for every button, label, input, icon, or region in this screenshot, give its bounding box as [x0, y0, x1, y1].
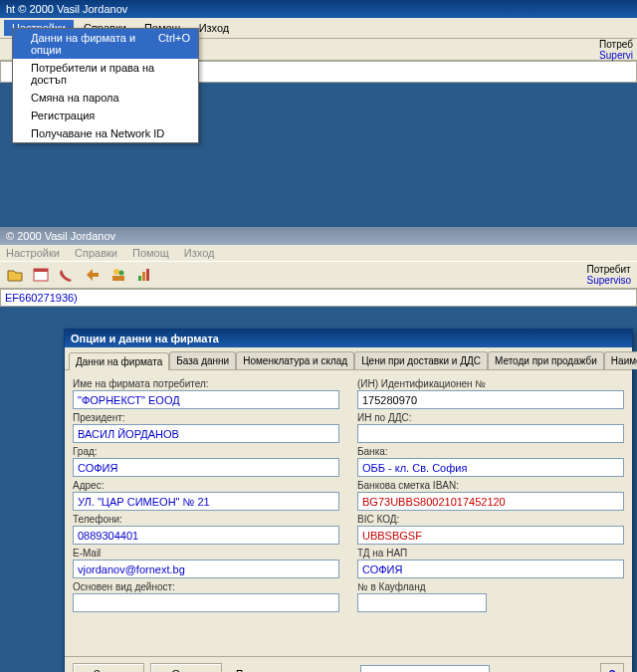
label-email: E-Mail [73, 548, 339, 559]
dropdown-change-password[interactable]: Смяна на парола [13, 89, 198, 107]
field-vat-id[interactable] [357, 424, 624, 443]
second-user-box: Потребит Superviso [587, 264, 631, 286]
label-phones: Телефони: [73, 514, 339, 525]
svg-point-3 [119, 271, 124, 276]
label-kaufland: № в Кауфланд [357, 581, 624, 592]
top-user-box: Потреб Supervi [599, 39, 633, 61]
open-file-icon[interactable] [6, 266, 24, 284]
tab-nomenclature[interactable]: Номенклатура и склад [236, 351, 354, 369]
user2-label: Потребит [587, 264, 631, 275]
second-window: © 2000 Vasil Jordanov Настройки Справки … [0, 227, 637, 307]
label-bic: BIC КОД: [357, 514, 624, 525]
label-address: Адрес: [73, 480, 339, 491]
svg-rect-6 [142, 272, 145, 281]
dialog-title: Опции и данни на фирмата [65, 330, 632, 347]
dialog-tabs: Данни на фирмата База данни Номенклатура… [65, 347, 632, 370]
label-bank: Банка: [357, 446, 624, 457]
svg-rect-7 [146, 269, 149, 281]
form-right-col: (ИН) Идентификационен № ИН по ДДС: Банка… [357, 376, 624, 612]
second-toolbar: Потребит Superviso [0, 261, 637, 289]
user2-value: Superviso [587, 275, 631, 286]
label-vat-id: ИН по ДДС: [357, 412, 624, 423]
field-nap[interactable] [357, 560, 624, 578]
users-icon[interactable] [109, 266, 127, 284]
menu2-help[interactable]: Помощ [132, 247, 169, 259]
second-titlebar: © 2000 Vasil Jordanov [0, 227, 637, 245]
menu2-reports[interactable]: Справки [75, 247, 117, 259]
menu2-settings[interactable]: Настройки [6, 247, 60, 259]
dropdown-registration[interactable]: Регистрация [13, 107, 198, 124]
form-left-col: Име на фирмата потребител: Президент: Гр… [73, 376, 339, 612]
chart-icon[interactable] [135, 266, 153, 284]
dialog-bottom: Запис Отказ Преизчисляване на цени: ? [65, 656, 632, 672]
field-id-number[interactable] [357, 390, 624, 409]
top-titlebar: ht © 2000 Vasil Jordanov [0, 0, 637, 18]
label-city: Град: [73, 446, 339, 457]
cancel-button[interactable]: Отказ [150, 663, 222, 672]
dropdown-users-rights[interactable]: Потребители и права на достъп [13, 59, 198, 89]
company-dialog: Опции и данни на фирмата Данни на фирмат… [64, 329, 633, 672]
tab-sales-methods[interactable]: Методи при продажби [488, 351, 604, 369]
settings-dropdown: Данни на фирмата и опции Ctrl+O Потребит… [12, 28, 199, 143]
field-company-name[interactable] [73, 390, 339, 409]
tab-prices-vat[interactable]: Цени при доставки и ДДС [354, 351, 488, 369]
dropdown-company-data[interactable]: Данни на фирмата и опции Ctrl+O [13, 29, 198, 59]
field-phones[interactable] [73, 526, 339, 545]
label-id-number: (ИН) Идентификационен № [357, 378, 624, 389]
menu2-exit[interactable]: Изход [184, 247, 215, 259]
svg-rect-1 [34, 269, 48, 272]
field-bank[interactable] [357, 458, 624, 477]
top-window: ht © 2000 Vasil Jordanov Настройки Справ… [0, 0, 637, 83]
field-iban[interactable] [357, 492, 624, 511]
label-activity: Основен вид дейност: [73, 581, 339, 592]
user-label: Потреб [599, 39, 633, 50]
tab-company-data[interactable]: Данни на фирмата [69, 352, 169, 370]
field-email[interactable] [73, 560, 339, 578]
label-nap: ТД на НАП [357, 548, 624, 559]
dropdown-label: Данни на фирмата и опции [31, 32, 158, 56]
field-activity[interactable] [73, 593, 339, 612]
label-company-name: Име на фирмата потребител: [73, 378, 339, 389]
tab-database[interactable]: База данни [169, 351, 236, 369]
dropdown-shortcut: Ctrl+O [158, 32, 190, 56]
recalc-label: Преизчисляване на цени: [236, 669, 354, 673]
svg-point-2 [113, 269, 119, 275]
field-president[interactable] [73, 424, 339, 443]
field-bic[interactable] [357, 526, 624, 545]
dropdown-network-id[interactable]: Получаване на Network ID [13, 124, 198, 142]
field-address[interactable] [73, 492, 339, 511]
phone-icon[interactable] [58, 266, 76, 284]
recalc-select[interactable] [360, 665, 490, 672]
calendar-icon[interactable] [32, 266, 50, 284]
save-button[interactable]: Запис [73, 663, 144, 672]
export-icon[interactable] [84, 266, 102, 284]
help-button[interactable]: ? [600, 663, 624, 672]
svg-rect-4 [112, 276, 124, 281]
label-iban: Банкова сметка IBAN: [357, 480, 624, 491]
user-value: Supervi [599, 50, 633, 61]
tab-namings[interactable]: Наименования [604, 351, 637, 369]
second-strip: EF660271936) [0, 289, 637, 307]
field-kaufland[interactable] [357, 593, 487, 612]
dialog-form: Име на фирмата потребител: Президент: Гр… [65, 370, 632, 616]
second-menubar: Настройки Справки Помощ Изход [0, 245, 637, 261]
field-city[interactable] [73, 458, 339, 477]
label-president: Президент: [73, 412, 339, 423]
svg-rect-5 [138, 276, 141, 281]
